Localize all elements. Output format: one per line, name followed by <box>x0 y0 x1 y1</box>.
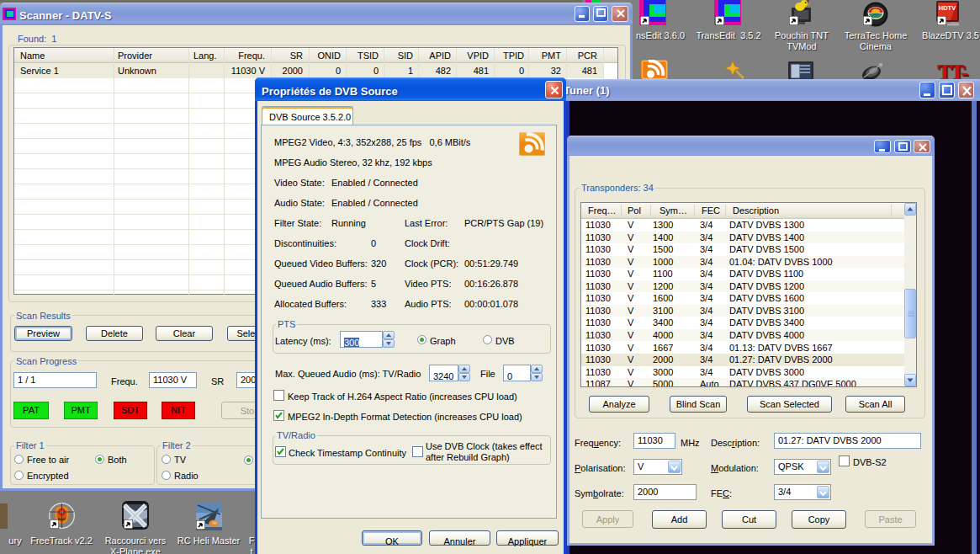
svg-text:HDTV: HDTV <box>939 4 956 12</box>
